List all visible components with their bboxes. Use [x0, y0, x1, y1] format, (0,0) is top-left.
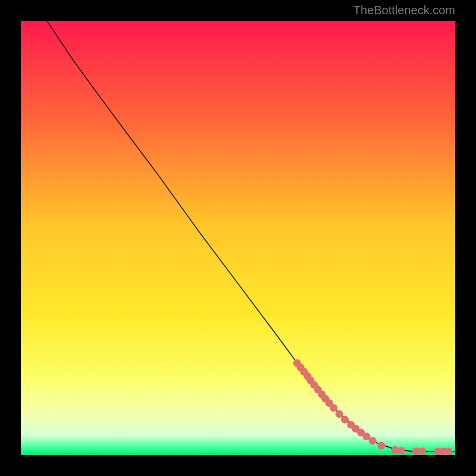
data-dot	[377, 441, 385, 449]
data-dot	[418, 447, 426, 455]
attribution-label: TheBottleneck.com	[353, 4, 455, 17]
data-dot	[445, 447, 453, 455]
data-dot	[341, 416, 349, 424]
data-dot	[369, 437, 377, 444]
data-dot	[336, 410, 343, 418]
chart-frame: TheBottleneck.com	[0, 0, 476, 476]
data-dot	[397, 447, 405, 455]
plot-area	[21, 21, 455, 455]
chart-svg	[21, 21, 455, 455]
gradient-background	[21, 21, 455, 455]
data-dot	[330, 404, 337, 412]
